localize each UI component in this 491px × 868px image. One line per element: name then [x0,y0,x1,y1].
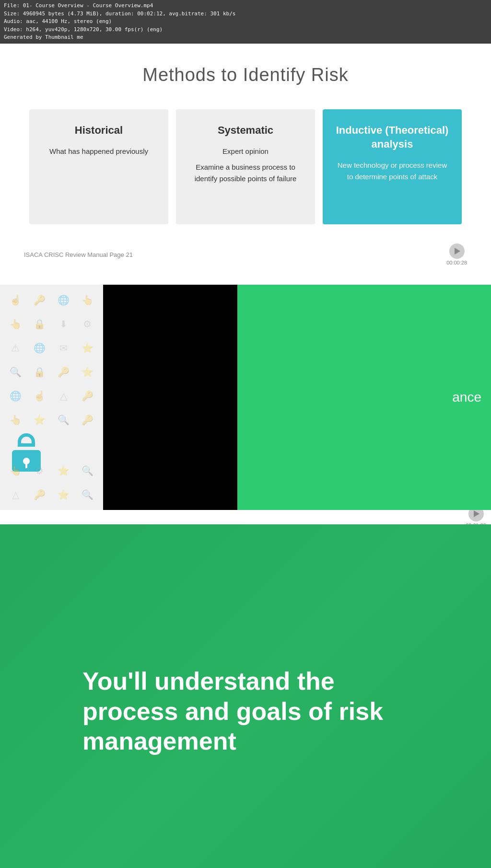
file-info-line4: Video: h264, yuv420p, 1280x720, 30.00 fp… [4,26,487,34]
icon-cell: ⭐ [77,337,98,359]
icon-cell: 🔍 [77,484,98,505]
play-icon-2 [474,510,479,517]
card-inductive-body: New technology or process review to dete… [334,160,450,183]
promo-section: You'll understand the process and goals … [0,524,491,868]
card-inductive-title: Inductive (Theoretical) analysis [334,124,450,151]
file-info-overlay: File: 01- Course Overview - Course Overv… [0,0,491,44]
icon-cell: 🔑 [53,361,74,382]
icon-cell: 🔑 [29,289,50,311]
icon-cell: 👆 [5,313,26,335]
card-systematic-subtitle: Expert opinion [222,146,269,157]
slide-area: Methods to Identify Risk Historical What… [0,36,491,285]
icon-cell: 🔒 [29,313,50,335]
slide-title: Methods to Identify Risk [19,65,472,85]
icon-cell: ✉ [53,337,74,359]
card-systematic-title: Systematic [218,124,273,138]
file-info-line5: Generated by Thumbnail me [4,34,487,42]
card-systematic-body: Examine a business process to identify p… [187,162,304,185]
card-historical: Historical What has happened previously [29,109,168,224]
icon-cell: ⭐ [53,460,74,481]
icon-cell: 🔍 [53,409,74,430]
promo-headline: You'll understand the process and goals … [82,666,409,756]
card-historical-subtitle: What has happened previously [49,146,148,157]
file-info-line3: Audio: aac, 44100 Hz, stereo (eng) [4,18,487,26]
slide-footer: ISACA CRISC Review Manual Page 21 00:00:… [19,243,472,266]
icon-cell: 👆 [5,460,26,481]
icon-cell: ⚙ [29,460,50,481]
thumbnail-footer: 00:01:20 [0,510,491,524]
icon-cell: ⬇ [53,313,74,335]
icon-cell: 🔒 [29,361,50,382]
cards-container: Historical What has happened previously … [19,109,472,224]
card-systematic: Systematic Expert opinion Examine a busi… [176,109,315,224]
icon-cell: ⭐ [77,361,98,382]
file-info-line2: Size: 4960945 bytes (4.73 MiB), duration… [4,10,487,18]
icon-cell: 🔑 [77,409,98,430]
icon-cell: ⭐ [53,484,74,505]
file-info-line1: File: 01- Course Overview - Course Overv… [4,2,487,10]
icon-cell: ☝ [29,385,50,406]
lock-shackle [18,433,35,447]
icon-cell: 🔑 [29,484,50,505]
thumbnail-black-panel [103,285,237,510]
icon-cell: 🔑 [77,385,98,406]
timestamp-1: 00:00:28 [446,260,467,266]
thumbnail-green-text: ance [452,390,481,405]
thumbnail-green-panel: ance [237,285,491,510]
icon-cell: 🔍 [77,460,98,481]
icon-cell: 🌐 [29,337,50,359]
icon-cell: △ [5,484,26,505]
icon-cell: 👆 [5,409,26,430]
thumbnail-strip: ☝ 🔑 🌐 👆 👆 🔒 ⬇ ⚙ ⚠ 🌐 ✉ ⭐ 🔍 🔒 🔑 ⭐ 🌐 ☝ △ 🔑 … [0,285,491,510]
icon-cell: ⚙ [77,313,98,335]
icon-cell: ⚠ [5,337,26,359]
icon-cell: 🌐 [5,385,26,406]
promo-content: You'll understand the process and goals … [54,628,437,794]
icon-cell: ☝ [5,289,26,311]
icon-cell: 👆 [77,289,98,311]
icon-cell: △ [53,385,74,406]
icon-grid: ☝ 🔑 🌐 👆 👆 🔒 ⬇ ⚙ ⚠ 🌐 ✉ ⭐ 🔍 🔒 🔑 ⭐ 🌐 ☝ △ 🔑 … [5,289,98,430]
card-inductive: Inductive (Theoretical) analysis New tec… [323,109,462,224]
icon-cell: 🌐 [53,289,74,311]
play-button-1[interactable] [449,243,465,259]
play-icon-1 [455,248,460,255]
footer-label: ISACA CRISC Review Manual Page 21 [24,251,133,258]
card-historical-title: Historical [75,124,123,138]
icon-cell: 🔍 [5,361,26,382]
thumbnail-left-panel: ☝ 🔑 🌐 👆 👆 🔒 ⬇ ⚙ ⚠ 🌐 ✉ ⭐ 🔍 🔒 🔑 ⭐ 🌐 ☝ △ 🔑 … [0,285,103,510]
icon-cell: ⭐ [29,409,50,430]
